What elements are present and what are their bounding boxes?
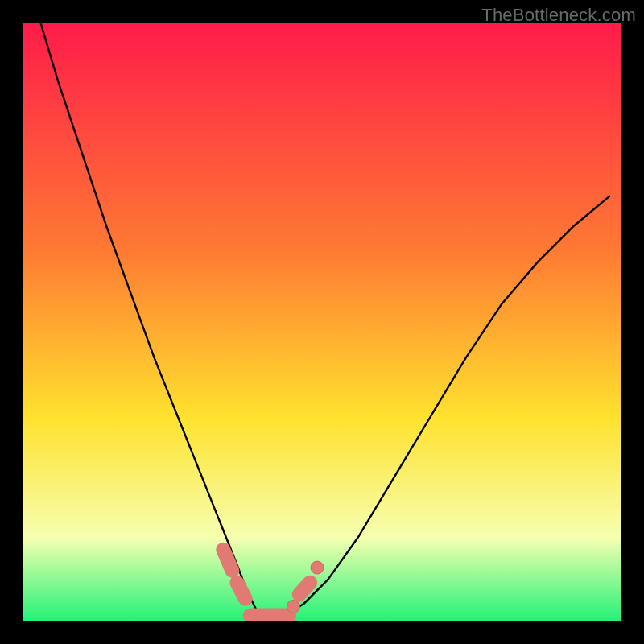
chart-canvas bbox=[23, 23, 621, 621]
bottleneck-chart bbox=[23, 23, 621, 621]
marker-pill bbox=[237, 583, 245, 599]
marker-dot bbox=[287, 600, 299, 613]
marker-pill bbox=[299, 583, 310, 595]
marker-dot bbox=[311, 561, 324, 574]
gradient-background bbox=[23, 23, 621, 621]
watermark-text: TheBottleneck.com bbox=[481, 5, 636, 26]
marker-pill bbox=[223, 550, 232, 571]
